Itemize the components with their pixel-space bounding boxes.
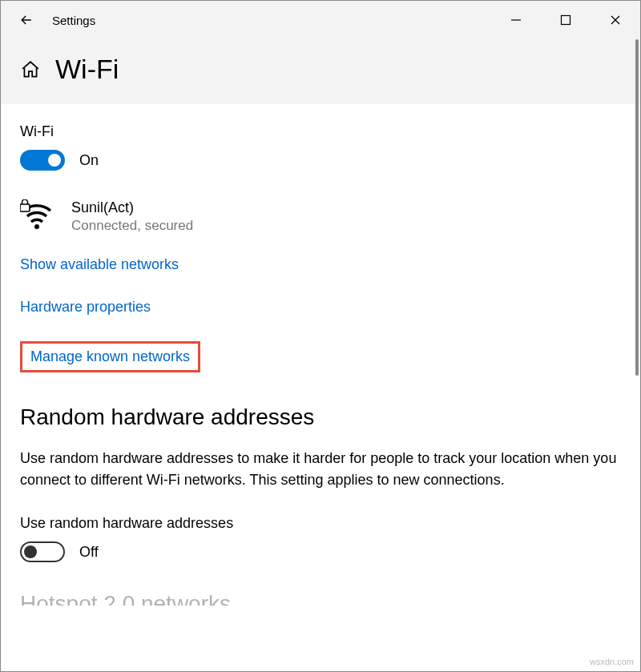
hardware-properties-link[interactable]: Hardware properties: [20, 299, 151, 316]
wifi-section-label: Wi-Fi: [20, 123, 621, 140]
random-hw-toggle-row: Off: [20, 541, 621, 562]
page-title: Wi-Fi: [55, 54, 119, 85]
wifi-toggle-row: On: [20, 150, 621, 171]
active-network[interactable]: Sunil(Act) Connected, secured: [20, 199, 621, 234]
wifi-toggle-label: On: [79, 152, 99, 169]
random-hw-description: Use random hardware addresses to make it…: [20, 448, 621, 491]
toggle-knob: [48, 154, 61, 167]
wifi-toggle[interactable]: [20, 150, 65, 171]
wifi-secured-icon: [20, 199, 52, 231]
caption-controls: [491, 1, 640, 39]
highlight-box: Manage known networks: [20, 341, 200, 372]
close-button[interactable]: [591, 1, 640, 39]
show-available-networks-link[interactable]: Show available networks: [20, 256, 179, 273]
toggle-knob: [24, 545, 37, 558]
app-title: Settings: [52, 14, 95, 27]
svg-point-4: [34, 224, 39, 229]
random-hw-toggle[interactable]: [20, 541, 65, 562]
maximize-button[interactable]: [541, 1, 591, 39]
manage-known-networks-link[interactable]: Manage known networks: [30, 348, 190, 365]
page-header: Wi-Fi: [1, 39, 640, 104]
random-hw-toggle-state: Off: [79, 544, 99, 561]
back-button[interactable]: [1, 1, 52, 39]
svg-rect-1: [562, 16, 570, 25]
svg-rect-5: [20, 204, 30, 211]
network-name: Sunil(Act): [71, 199, 193, 216]
network-status: Connected, secured: [71, 218, 193, 234]
random-hw-heading: Random hardware addresses: [20, 404, 621, 430]
home-icon[interactable]: [20, 59, 41, 80]
watermark: wsxdn.com: [590, 657, 634, 666]
scrollbar[interactable]: [635, 39, 639, 376]
minimize-button[interactable]: [491, 1, 541, 39]
content-area: Wi-Fi On Sunil(Act) Connected, secured S…: [1, 104, 640, 666]
hotspot-heading: Hotspot 2.0 networks: [20, 591, 621, 606]
titlebar: Settings: [1, 1, 640, 39]
random-hw-toggle-label: Use random hardware addresses: [20, 515, 621, 532]
